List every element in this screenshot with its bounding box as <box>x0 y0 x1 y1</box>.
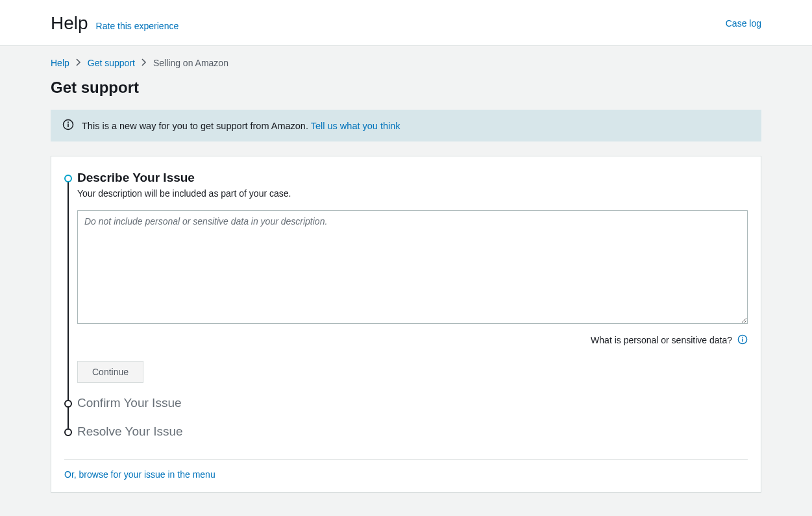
card-footer: Or, browse for your issue in the menu <box>64 459 748 480</box>
svg-rect-2 <box>68 124 69 128</box>
breadcrumb-get-support[interactable]: Get support <box>88 58 135 68</box>
step-describe-body: What is personal or sensitive data? Cont… <box>77 210 748 395</box>
svg-point-1 <box>68 121 69 123</box>
breadcrumb-current: Selling on Amazon <box>153 58 228 68</box>
step-marker-icon <box>64 400 72 408</box>
step-marker-icon <box>64 175 72 182</box>
breadcrumb: Help Get support Selling on Amazon <box>51 46 761 73</box>
steps-container: Describe Your Issue Your description wil… <box>64 169 748 441</box>
page-title: Get support <box>51 79 761 97</box>
step-describe-title: Describe Your Issue <box>77 169 748 187</box>
svg-rect-5 <box>742 338 743 341</box>
step-describe-subtitle: Your description will be included as par… <box>77 188 748 199</box>
issue-description-input[interactable] <box>77 210 748 324</box>
header-title: Help <box>51 13 88 34</box>
step-resolve: Resolve Your Issue <box>64 423 748 441</box>
browse-menu-link[interactable]: Or, browse for your issue in the menu <box>64 469 215 480</box>
step-confirm: Confirm Your Issue <box>64 395 748 424</box>
step-resolve-title: Resolve Your Issue <box>77 423 748 441</box>
svg-point-4 <box>742 336 743 338</box>
continue-button[interactable]: Continue <box>77 361 143 383</box>
sensitive-data-label: What is personal or sensitive data? <box>591 335 732 345</box>
step-marker-icon <box>64 428 72 436</box>
info-banner-message: This is a new way for you to get support… <box>82 121 311 131</box>
header: Help Rate this experience Case log <box>0 0 812 46</box>
breadcrumb-help[interactable]: Help <box>51 58 69 68</box>
sensitive-data-row: What is personal or sensitive data? <box>77 334 748 347</box>
info-banner-text: This is a new way for you to get support… <box>82 121 400 131</box>
tell-us-link[interactable]: Tell us what you think <box>311 121 400 131</box>
info-banner: This is a new way for you to get support… <box>51 110 761 141</box>
step-confirm-title: Confirm Your Issue <box>77 395 748 424</box>
case-log-link[interactable]: Case log <box>726 18 761 29</box>
chevron-right-icon <box>141 58 147 68</box>
header-left: Help Rate this experience <box>51 13 178 34</box>
step-describe: Describe Your Issue Your description wil… <box>64 169 748 395</box>
rate-experience-link[interactable]: Rate this experience <box>96 21 179 31</box>
page-body: Help Get support Selling on Amazon Get s… <box>0 46 812 516</box>
chevron-right-icon <box>76 58 81 68</box>
info-icon[interactable] <box>737 334 748 347</box>
info-icon <box>62 119 74 132</box>
support-card: Describe Your Issue Your description wil… <box>51 156 761 493</box>
